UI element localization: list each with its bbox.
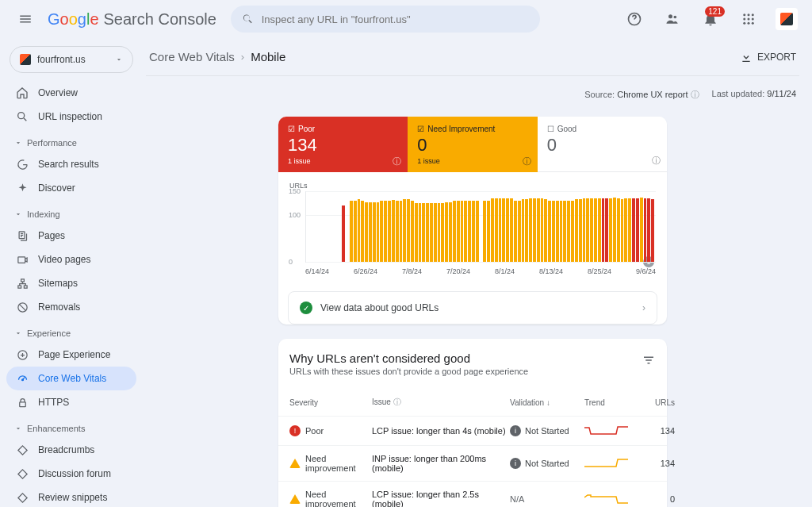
svg-point-6 bbox=[743, 18, 745, 21]
chevron-right-icon: › bbox=[642, 302, 645, 313]
issues-subtitle: URLs with these issues don't provide a g… bbox=[289, 367, 642, 376]
brand-avatar-icon bbox=[780, 13, 793, 25]
product-logo: Google Search Console bbox=[48, 10, 216, 29]
svg-rect-16 bbox=[17, 286, 21, 288]
svg-point-11 bbox=[752, 22, 754, 25]
sidebar-item-label: Discover bbox=[38, 182, 75, 194]
sidebar-item-discover[interactable]: Discover bbox=[6, 176, 136, 200]
sidebar-item-review-snippets[interactable]: Review snippets bbox=[6, 486, 136, 507]
checkbox-icon: ☑ bbox=[288, 125, 295, 133]
notifications-button[interactable]: 121 bbox=[695, 3, 726, 35]
info-icon[interactable]: ⓘ bbox=[523, 156, 531, 167]
chevron-down-icon bbox=[14, 139, 22, 147]
svg-point-12 bbox=[18, 113, 25, 119]
issues-card: Why URLs aren't considered good URLs wit… bbox=[278, 339, 667, 507]
check-circle-icon: ✓ bbox=[300, 302, 312, 314]
sidebar-group-performance[interactable]: Performance bbox=[6, 133, 136, 152]
info-icon[interactable]: ⓘ bbox=[691, 90, 699, 99]
diamond-icon bbox=[17, 444, 29, 456]
sidebar: fourfront.us Overview URL inspection Per… bbox=[0, 38, 143, 507]
filter-icon bbox=[642, 353, 656, 367]
info-icon[interactable]: ⓘ bbox=[652, 155, 661, 167]
checkbox-icon: ☐ bbox=[547, 125, 554, 133]
chevron-down-icon bbox=[115, 56, 123, 63]
sidebar-group-experience[interactable]: Experience bbox=[6, 324, 136, 343]
people-button[interactable] bbox=[657, 3, 688, 35]
svg-point-9 bbox=[743, 22, 745, 25]
table-row[interactable]: Need improvementINP issue: longer than 2… bbox=[278, 445, 667, 481]
download-icon bbox=[740, 51, 753, 63]
svg-point-2 bbox=[674, 16, 677, 19]
table-header-row: Severity Issue ⓘ Validation ↓ Trend URLs bbox=[278, 384, 667, 416]
speed-icon bbox=[17, 373, 29, 385]
sidebar-item-url-inspection[interactable]: URL inspection bbox=[6, 105, 136, 129]
help-icon bbox=[626, 11, 642, 27]
sidebar-item-sitemaps[interactable]: Sitemaps bbox=[6, 271, 136, 295]
account-avatar[interactable] bbox=[771, 3, 802, 35]
tab-poor[interactable]: ☑Poor 134 1 issue ⓘ bbox=[278, 117, 408, 172]
export-button[interactable]: EXPORT bbox=[740, 51, 796, 63]
info-icon[interactable]: ⓘ bbox=[393, 156, 401, 167]
product-name: Search Console bbox=[104, 10, 216, 29]
tab-need-improvement[interactable]: ☑Need Improvement 0 1 issue ⓘ bbox=[408, 117, 537, 172]
sidebar-item-label: Search results bbox=[38, 159, 99, 170]
sidebar-item-label: Overview bbox=[38, 87, 78, 98]
diamond-icon bbox=[17, 492, 29, 504]
breadcrumb: Core Web Vitals › Mobile EXPORT bbox=[146, 38, 799, 76]
sidebar-item-core-web-vitals[interactable]: Core Web Vitals bbox=[6, 367, 136, 390]
svg-point-10 bbox=[748, 22, 750, 25]
sidebar-item-video-pages[interactable]: Video pages bbox=[6, 248, 136, 271]
url-inspect-search[interactable] bbox=[231, 6, 540, 33]
hamburger-menu-button[interactable] bbox=[10, 3, 41, 35]
issues-title: Why URLs aren't considered good bbox=[289, 351, 642, 365]
svg-point-3 bbox=[743, 13, 745, 16]
breadcrumb-parent[interactable]: Core Web Vitals bbox=[149, 50, 235, 63]
block-icon bbox=[17, 302, 29, 313]
validation-sort[interactable]: Validation ↓ bbox=[510, 398, 581, 407]
table-row[interactable]: !PoorLCP issue: longer than 4s (mobile)i… bbox=[278, 416, 667, 445]
table-row[interactable]: Need improvementLCP issue: longer than 2… bbox=[278, 481, 667, 507]
svg-rect-21 bbox=[19, 401, 25, 406]
arrow-down-icon: ↓ bbox=[546, 398, 550, 407]
chevron-right-icon: › bbox=[241, 51, 244, 63]
sidebar-item-discussion-forum[interactable]: Discussion forum bbox=[6, 462, 136, 486]
search-icon bbox=[16, 110, 29, 123]
g-icon bbox=[17, 159, 29, 171]
sidebar-item-pages[interactable]: Pages bbox=[6, 224, 136, 248]
status-tabs: ☑Poor 134 1 issue ⓘ ☑Need Improvement 0 … bbox=[278, 117, 667, 172]
svg-point-20 bbox=[21, 378, 23, 380]
view-good-urls-link[interactable]: ✓ View data about good URLs › bbox=[288, 291, 657, 325]
help-button[interactable] bbox=[619, 3, 650, 35]
meta-info: Source: Chrome UX report ⓘ Last updated:… bbox=[146, 76, 799, 117]
svg-point-4 bbox=[748, 13, 750, 16]
sidebar-item-label: Review snippets bbox=[38, 492, 107, 503]
info-icon[interactable]: ⓘ bbox=[393, 398, 401, 406]
sidebar-item-removals[interactable]: Removals bbox=[6, 295, 136, 319]
sidebar-item-overview[interactable]: Overview bbox=[6, 81, 136, 105]
svg-point-7 bbox=[748, 18, 750, 21]
warning-icon bbox=[289, 494, 301, 504]
url-inspect-input[interactable] bbox=[262, 13, 529, 25]
sidebar-item-label: Page Experience bbox=[38, 349, 110, 360]
property-icon bbox=[20, 54, 31, 65]
tab-good[interactable]: ☐Good 0 ⓘ bbox=[538, 117, 667, 172]
sidebar-item-https[interactable]: HTTPS bbox=[6, 390, 136, 414]
property-selector[interactable]: fourfront.us bbox=[10, 46, 133, 73]
sidebar-item-page-experience[interactable]: Page Experience bbox=[6, 343, 136, 367]
svg-rect-17 bbox=[24, 286, 27, 288]
sidebar-group-indexing[interactable]: Indexing bbox=[6, 205, 136, 224]
trend-sparkline bbox=[584, 457, 628, 470]
filter-button[interactable] bbox=[642, 351, 656, 367]
home-icon bbox=[16, 86, 29, 99]
sidebar-item-search-results[interactable]: Search results bbox=[6, 152, 136, 176]
sidebar-item-label: Breadcrumbs bbox=[38, 444, 94, 455]
status-dot-icon: i bbox=[510, 458, 521, 469]
people-icon bbox=[665, 11, 680, 27]
apps-button[interactable] bbox=[733, 3, 764, 35]
hamburger-icon bbox=[18, 12, 33, 26]
sidebar-item-label: URL inspection bbox=[38, 111, 102, 122]
sidebar-group-enhancements[interactable]: Enhancements bbox=[6, 419, 136, 438]
pages-icon bbox=[17, 230, 29, 242]
sidebar-item-breadcrumbs[interactable]: Breadcrumbs bbox=[6, 438, 136, 462]
svg-point-1 bbox=[668, 14, 672, 18]
